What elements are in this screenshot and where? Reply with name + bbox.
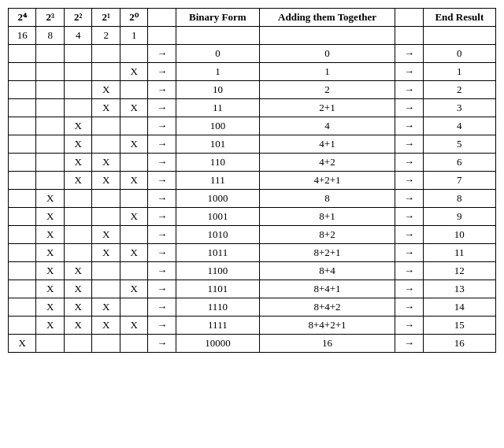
cell-b0: X: [120, 244, 147, 262]
cell-b2: [64, 81, 91, 99]
cell-adding: 0: [259, 45, 395, 63]
cell-arrow: →: [148, 280, 176, 298]
cell-adding: 8+1: [259, 208, 395, 226]
cell-result: 3: [423, 99, 495, 117]
cell-arrow: →: [148, 317, 176, 335]
cell-arrow: →: [148, 117, 176, 135]
cell-result: 7: [423, 172, 495, 190]
cell-binary: 101: [176, 135, 259, 154]
cell-result: 4: [423, 117, 495, 135]
cell-b2: X: [64, 172, 91, 190]
cell-adding: 16: [259, 335, 395, 353]
header-arrow-spacer2: [395, 9, 423, 27]
table-row: XX→10018+1→9: [9, 208, 496, 226]
cell-arrow2: →: [395, 117, 423, 135]
cell-b4: [9, 117, 36, 135]
cell-b4: [9, 45, 36, 63]
cell-b3: X: [36, 317, 64, 335]
cell-b0: X: [120, 63, 147, 81]
cell-arrow2: →: [395, 190, 423, 208]
table-row: XX→112+1→3: [9, 99, 496, 117]
header-end-result: End Result: [423, 9, 495, 27]
header-pow3: 2³: [36, 9, 64, 27]
header-pow1: 2¹: [92, 9, 120, 27]
cell-b2: X: [64, 317, 91, 335]
cell-arrow: →: [148, 262, 176, 280]
cell-result: 16: [423, 335, 495, 353]
subheader-v0: 1: [120, 27, 147, 45]
cell-b1: [92, 335, 120, 353]
cell-b2: [64, 226, 91, 244]
cell-b2: [64, 63, 91, 81]
subheader-v2: 4: [64, 27, 91, 45]
cell-arrow2: →: [395, 63, 423, 81]
cell-arrow2: →: [395, 280, 423, 298]
header-pow0: 2⁰: [120, 9, 147, 27]
cell-result: 10: [423, 226, 495, 244]
cell-arrow: →: [148, 99, 176, 117]
cell-result: 2: [423, 81, 495, 99]
cell-binary: 1011: [176, 244, 259, 262]
header-pow2: 2²: [64, 9, 91, 27]
table-row: X→102→2: [9, 81, 496, 99]
cell-b2: X: [64, 298, 91, 317]
cell-arrow: →: [148, 172, 176, 190]
cell-result: 9: [423, 208, 495, 226]
cell-result: 5: [423, 135, 495, 154]
table-row: XXX→11108+4+2→14: [9, 298, 496, 317]
cell-b2: [64, 45, 91, 63]
cell-b1: [92, 117, 120, 135]
cell-b3: X: [36, 190, 64, 208]
cell-b2: X: [64, 117, 91, 135]
cell-b1: [92, 262, 120, 280]
cell-arrow2: →: [395, 335, 423, 353]
cell-adding: 8+2: [259, 226, 395, 244]
cell-arrow: →: [148, 81, 176, 99]
cell-arrow2: →: [395, 45, 423, 63]
cell-arrow2: →: [395, 99, 423, 117]
table-row: XXX→11018+4+1→13: [9, 280, 496, 298]
cell-binary: 1000: [176, 190, 259, 208]
cell-b4: [9, 99, 36, 117]
cell-b0: [120, 81, 147, 99]
cell-b1: [92, 63, 120, 81]
subheader-v3: 8: [36, 27, 64, 45]
cell-adding: 4+1: [259, 135, 395, 154]
cell-binary: 1100: [176, 262, 259, 280]
cell-b3: [36, 63, 64, 81]
table-row: X→10008→8: [9, 190, 496, 208]
cell-b2: [64, 335, 91, 353]
cell-b3: [36, 45, 64, 63]
table-row: XX→1104+2→6: [9, 154, 496, 172]
subheader-adding-empty: [259, 27, 395, 45]
cell-adding: 1: [259, 63, 395, 81]
cell-result: 11: [423, 244, 495, 262]
cell-binary: 1110: [176, 298, 259, 317]
cell-b3: X: [36, 226, 64, 244]
cell-b4: [9, 262, 36, 280]
cell-adding: 2: [259, 81, 395, 99]
cell-b2: [64, 99, 91, 117]
cell-b3: [36, 154, 64, 172]
cell-arrow2: →: [395, 317, 423, 335]
cell-adding: 8+4+2+1: [259, 317, 395, 335]
cell-arrow2: →: [395, 135, 423, 154]
cell-arrow: →: [148, 335, 176, 353]
cell-b4: [9, 226, 36, 244]
cell-arrow2: →: [395, 81, 423, 99]
cell-b4: [9, 172, 36, 190]
cell-b1: X: [92, 226, 120, 244]
cell-b0: [120, 190, 147, 208]
cell-b1: [92, 135, 120, 154]
cell-b4: [9, 298, 36, 317]
table-row: XXX→10118+2+1→11: [9, 244, 496, 262]
cell-binary: 10: [176, 81, 259, 99]
cell-b0: [120, 335, 147, 353]
cell-b0: [120, 226, 147, 244]
subheader-arrow-spacer: [148, 27, 176, 45]
cell-b3: X: [36, 280, 64, 298]
table-row: XX→1014+1→5: [9, 135, 496, 154]
cell-b4: [9, 317, 36, 335]
cell-binary: 11: [176, 99, 259, 117]
cell-arrow: →: [148, 190, 176, 208]
